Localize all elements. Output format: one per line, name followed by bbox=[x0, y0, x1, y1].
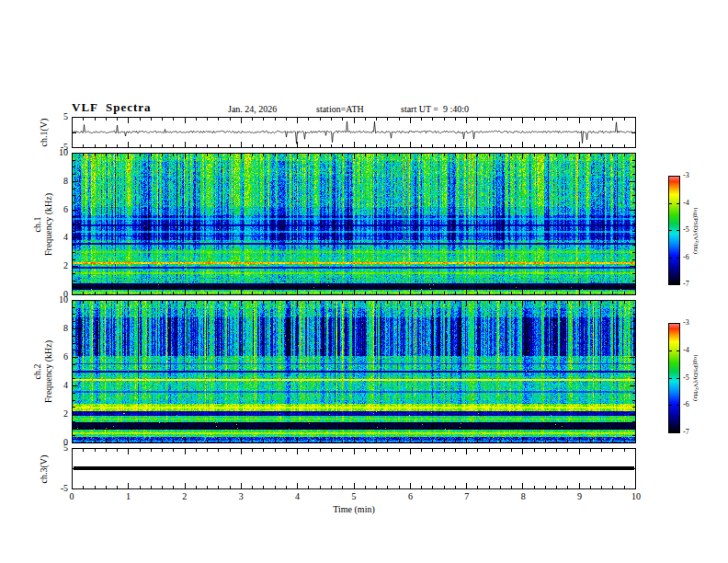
station-label: station=ATH bbox=[316, 104, 364, 114]
y-tick-label: 10 bbox=[42, 294, 68, 305]
x-tick-label: 7 bbox=[460, 491, 474, 502]
start-ut-label: start UT = 9 :40:0 bbox=[401, 104, 469, 114]
x-tick-label: 4 bbox=[290, 491, 305, 502]
colorbar-tick-label: -7 bbox=[683, 428, 701, 437]
colorbar2-canvas bbox=[668, 323, 680, 433]
figure-title: VLF Spectra bbox=[72, 100, 152, 115]
ch3-voltage-axis-text: ch.3(V) bbox=[39, 454, 50, 483]
vlf-spectra-figure: VLF Spectra Jan. 24, 2026 station=ATH st… bbox=[0, 0, 728, 563]
y-tick-label: -5 bbox=[42, 483, 68, 494]
ch3-waveform-canvas bbox=[72, 448, 636, 489]
x-tick-label: 10 bbox=[629, 491, 643, 502]
colorbar-tick-label: -5 bbox=[683, 225, 701, 235]
colorbar-tick-label: -4 bbox=[683, 199, 701, 208]
colorbar-tick-label: -4 bbox=[683, 346, 701, 355]
colorbar-tick-label: -3 bbox=[683, 171, 701, 180]
y-tick-label: 10 bbox=[42, 147, 68, 158]
colorbar-tick-label: -5 bbox=[683, 373, 701, 383]
y-tick-label: 8 bbox=[42, 176, 68, 187]
ch2-label-line1: ch.2 bbox=[32, 340, 43, 403]
ch1-label-line1: ch.1 bbox=[32, 192, 43, 255]
ch1-frequency-axis-label: ch.1 Frequency (kHz) bbox=[32, 192, 53, 255]
y-tick-label: 2 bbox=[42, 260, 68, 271]
colorbar-tick-label: -3 bbox=[683, 318, 701, 327]
x-tick-label: 2 bbox=[177, 491, 192, 502]
ch1-label-line2: Frequency (kHz) bbox=[42, 192, 53, 255]
date-label: Jan. 24, 2026 bbox=[228, 104, 277, 114]
y-tick-label: 4 bbox=[42, 380, 68, 391]
x-tick-label: 8 bbox=[516, 491, 530, 502]
ch2-label-line2: Frequency (kHz) bbox=[42, 340, 53, 403]
x-tick-label: 3 bbox=[233, 491, 248, 502]
colorbar-tick-label: -6 bbox=[683, 400, 701, 409]
ch1-waveform-canvas bbox=[72, 117, 636, 148]
colorbar1-canvas bbox=[668, 176, 680, 285]
x-tick-label: 6 bbox=[403, 491, 417, 502]
y-tick-label: 2 bbox=[42, 408, 68, 419]
x-tick-label: 9 bbox=[573, 491, 587, 502]
y-tick-label: 5 bbox=[42, 111, 68, 122]
x-axis-title: Time (min) bbox=[313, 504, 395, 514]
x-tick-label: 5 bbox=[347, 491, 361, 502]
y-tick-label: 5 bbox=[42, 442, 68, 454]
ch2-frequency-axis-label: ch.2 Frequency (kHz) bbox=[32, 340, 53, 403]
y-tick-label: 4 bbox=[42, 232, 68, 243]
y-tick-label: 6 bbox=[42, 351, 68, 362]
ch3-voltage-axis-label: ch.3(V) bbox=[39, 454, 50, 483]
y-tick-label: 8 bbox=[42, 323, 68, 334]
colorbar-tick-label: -7 bbox=[683, 280, 701, 289]
x-tick-label: 1 bbox=[120, 491, 135, 502]
y-tick-label: 6 bbox=[42, 204, 68, 215]
colorbar-tick-label: -6 bbox=[683, 253, 701, 262]
ch1-spectrogram-canvas bbox=[72, 153, 636, 295]
ch2-spectrogram-canvas bbox=[72, 300, 636, 443]
